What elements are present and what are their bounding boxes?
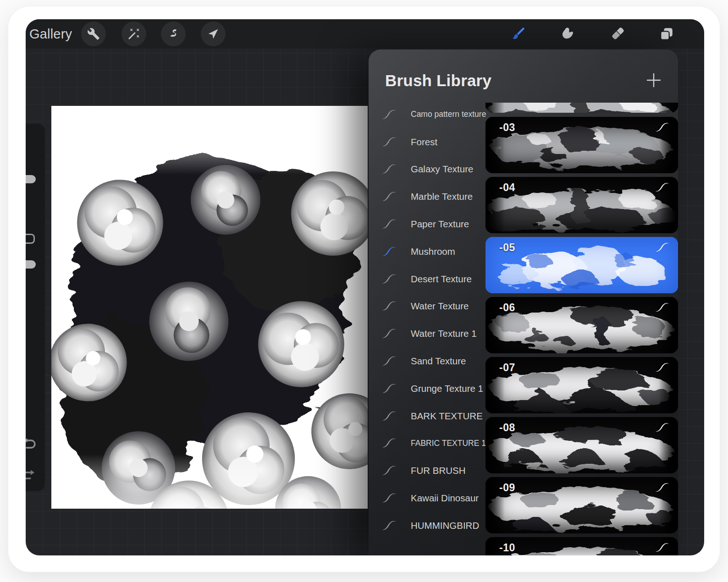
brush-stroke-icon (381, 465, 397, 477)
brush-set-camo[interactable]: Camo pattern texture (369, 101, 487, 128)
transform-button[interactable] (201, 22, 226, 46)
brush-set-desert-texture[interactable]: Desert Texture (369, 265, 487, 293)
brush-set-sand-texture[interactable]: Sand Texture (369, 347, 487, 375)
brush-stroke-icon (381, 273, 397, 285)
brush-stroke-icon (381, 218, 397, 230)
brush-stroke-icon (381, 520, 397, 532)
brush-set-label: Galaxy Texture (411, 164, 473, 175)
brush-label: -09 (499, 482, 515, 494)
brush-set-label: FABRIC TEXTURE 1 (411, 439, 486, 448)
plus-icon (645, 71, 663, 89)
app-background: Gallery (26, 19, 704, 555)
brush-stroke-icon (381, 109, 397, 121)
brush-label: -07 (499, 362, 515, 374)
brush-stroke-icon (381, 163, 397, 175)
brush-signature-icon (654, 242, 670, 253)
brush-stroke-icon (381, 437, 397, 449)
brush-set-label: Mushroom (411, 246, 455, 257)
smudge-finger-icon (559, 26, 575, 42)
brush-signature-icon (654, 121, 670, 133)
brush-preview--08[interactable]: -08 (485, 417, 678, 473)
brush-signature-icon (654, 362, 670, 373)
brush-set-forest[interactable]: Forest (369, 128, 487, 156)
redo-icon[interactable] (26, 468, 38, 482)
brush-preview--10[interactable]: -10 (485, 537, 678, 555)
brush-set-label: HUMMINGBIRD (411, 520, 479, 531)
opacity-slider[interactable] (26, 260, 36, 269)
brush-set-label: Sand Texture (411, 356, 466, 367)
brush-label: -08 (499, 422, 515, 434)
brush-label: -05 (499, 242, 515, 254)
brush-signature-icon (654, 482, 670, 494)
erase-tool-button[interactable] (605, 22, 630, 46)
top-toolbar: Gallery (26, 19, 704, 49)
brush-set-fur-brush[interactable]: FUR BRUSH (369, 457, 487, 484)
brush-signature-icon (654, 422, 670, 434)
brush-size-slider[interactable] (26, 175, 36, 183)
eraser-icon (610, 26, 625, 42)
brush-set-grunge-texture-1[interactable]: Grunge Texture 1 (369, 375, 487, 402)
paintbrush-icon (510, 26, 526, 42)
brush-stroke-icon (381, 328, 397, 340)
brush-label: -06 (499, 302, 515, 314)
brush-set-mushroom[interactable]: Mushroom (369, 238, 487, 265)
undo-icon[interactable] (26, 437, 38, 451)
brush-signature-icon (654, 181, 670, 193)
brush-preview--05-selected[interactable]: -05 (485, 237, 678, 293)
brush-preview--07[interactable]: -07 (485, 357, 678, 413)
brush-set-label: Desert Texture (411, 274, 472, 285)
actions-button[interactable] (81, 22, 106, 46)
brush-preview--04[interactable]: -04 (485, 177, 678, 233)
brush-preview--09[interactable]: -09 (485, 477, 678, 533)
brush-set-list: Camo pattern texture Forest Galaxy Textu… (369, 101, 487, 539)
brush-preview-list: -03 -04 -05 -0 (485, 103, 678, 555)
brush-set-water-texture[interactable]: Water Texture (369, 293, 487, 320)
smudge-tool-button[interactable] (555, 22, 579, 46)
layers-button[interactable] (654, 22, 679, 46)
sidebar (26, 124, 45, 491)
brush-label: -04 (499, 181, 515, 194)
wrench-icon (87, 27, 100, 40)
paint-tool-button[interactable] (506, 22, 530, 46)
drawing-canvas[interactable] (51, 106, 368, 509)
gallery-button[interactable]: Gallery (29, 19, 72, 49)
brush-set-kawaii-dinosaur[interactable]: Kawaii Dinosaur (369, 484, 487, 512)
transform-arrow-icon (207, 27, 220, 40)
brush-set-water-texture-1[interactable]: Water Texture 1 (369, 320, 487, 347)
layers-icon (659, 26, 674, 42)
brush-set-bark-texture[interactable]: BARK TEXTURE (369, 402, 487, 430)
adjustments-button[interactable] (121, 22, 146, 46)
brush-label: -03 (499, 121, 515, 134)
magic-wand-icon (127, 27, 140, 40)
brush-preview-partial[interactable] (485, 103, 678, 113)
brush-set-fabric-texture-1[interactable]: FABRIC TEXTURE 1 (369, 430, 487, 457)
brush-stroke-icon (381, 492, 397, 504)
brush-set-label: Forest (411, 137, 437, 148)
brush-set-label: Grunge Texture 1 (411, 383, 483, 394)
brush-set-label: BARK TEXTURE (411, 411, 483, 422)
brush-stroke-icon (381, 355, 397, 367)
brush-stroke-icon (381, 383, 397, 395)
selection-ribbon-icon (166, 27, 180, 41)
selection-button[interactable] (161, 22, 186, 46)
brush-preview--06[interactable]: -06 (485, 297, 678, 353)
brush-set-label: Paper Texture (411, 219, 469, 230)
brush-stroke-icon (381, 191, 397, 203)
brush-library-panel: Brush Library Camo pattern texture Fores… (369, 49, 678, 555)
modify-button[interactable] (26, 234, 35, 244)
add-brush-button[interactable] (643, 70, 664, 91)
brush-label: -10 (499, 542, 515, 554)
brush-set-hummingbird[interactable]: HUMMINGBIRD (369, 512, 487, 539)
brush-set-label: Camo pattern texture (411, 110, 486, 119)
brush-signature-icon (654, 302, 670, 313)
panel-title: Brush Library (385, 71, 491, 90)
brush-set-label: FUR BRUSH (411, 465, 466, 476)
brush-stroke-icon (381, 300, 397, 312)
brush-set-galaxy-texture[interactable]: Galaxy Texture (369, 156, 487, 183)
brush-set-marble-texture[interactable]: Marble Texture (369, 183, 487, 210)
brush-preview--03[interactable]: -03 (485, 117, 678, 173)
brush-set-label: Water Texture (411, 301, 469, 312)
brush-stroke-icon (381, 246, 397, 258)
brush-signature-icon (654, 542, 670, 554)
brush-set-paper-texture[interactable]: Paper Texture (369, 210, 487, 238)
